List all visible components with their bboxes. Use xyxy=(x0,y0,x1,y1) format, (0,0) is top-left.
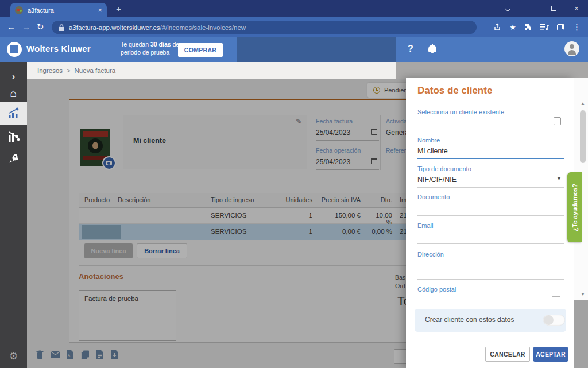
sidebar-item-incomes[interactable] xyxy=(0,102,27,125)
app-window: a3factura × + – × ← → ↻ a3factura-app.wo… xyxy=(0,0,588,368)
dropdown-arrow-icon[interactable]: ▼ xyxy=(556,176,562,181)
window-controls: – × xyxy=(496,0,588,17)
url-domain: a3factura-app.wolterskluwer.es xyxy=(69,24,160,31)
reading-list-icon[interactable] xyxy=(540,24,549,31)
user-avatar[interactable] xyxy=(564,41,579,56)
notifications-bell-icon[interactable] xyxy=(428,45,436,52)
col-producto: Producto xyxy=(84,196,110,203)
extensions-puzzle-icon[interactable] xyxy=(524,23,532,31)
scrollbar-thumb[interactable] xyxy=(580,110,586,163)
fecha-operacion-label: Fecha operación xyxy=(316,147,361,154)
window-maximize-button[interactable] xyxy=(542,5,565,13)
delete-invoice-trash-icon[interactable] xyxy=(36,350,44,362)
wolters-kluwer-logo-icon xyxy=(7,42,22,57)
selected-product-cell[interactable] xyxy=(82,225,121,239)
totals-label-2: Ord xyxy=(395,282,405,289)
home-icon: ⌂ xyxy=(10,87,17,100)
forward-button[interactable]: → xyxy=(22,22,30,32)
tab-title: a3factura xyxy=(28,7,98,14)
accept-button[interactable]: ACEPTAR xyxy=(533,347,568,362)
edit-pencil-icon[interactable]: ✎ xyxy=(296,117,302,126)
codigo-postal-label: Código postal xyxy=(417,286,456,293)
breadcrumb-page: Nueva factura xyxy=(75,67,116,74)
expenses-chart-icon xyxy=(7,131,20,142)
tipo-documento-label: Tipo de documento xyxy=(417,165,471,172)
totals-label-1: Bas xyxy=(395,274,405,281)
col-descripcion: Descripción xyxy=(118,196,150,203)
annotations-textarea[interactable]: Factura de prueba xyxy=(79,290,176,341)
sidebar-item-settings[interactable]: ⚙ xyxy=(0,344,27,367)
export-document-icon[interactable] xyxy=(111,350,118,362)
sidebar-item-launch[interactable] xyxy=(0,147,27,170)
create-client-toggle-label: Crear cliente con estos datos xyxy=(425,316,514,324)
fecha-factura-value[interactable]: 25/04/2023 xyxy=(316,129,350,137)
nombre-input[interactable]: Mi cliente xyxy=(417,147,448,155)
tipo-documento-select[interactable]: NIF/CIF/NIE xyxy=(417,176,457,184)
window-minimize-button[interactable]: – xyxy=(519,5,542,13)
pending-clock-icon xyxy=(373,87,380,94)
breadcrumb-section[interactable]: Ingresos xyxy=(37,67,63,74)
row2-tipo[interactable]: SERVICIOS xyxy=(211,228,246,235)
documento-label: Documento xyxy=(417,193,450,200)
scroll-up-arrow[interactable]: ▲ xyxy=(579,101,586,106)
scroll-down-arrow[interactable]: ▼ xyxy=(579,292,586,297)
fecha-factura-label: Fecha factura xyxy=(316,118,353,125)
kebab-menu-icon[interactable]: ⋮ xyxy=(572,22,581,32)
row2-unidades[interactable]: 1 xyxy=(272,228,312,235)
row1-unidades[interactable]: 1 xyxy=(272,212,312,219)
row1-tipo[interactable]: SERVICIOS xyxy=(211,212,246,219)
reload-button[interactable]: ↻ xyxy=(37,22,44,32)
share-icon[interactable] xyxy=(493,23,501,31)
col-dto: Dto. xyxy=(369,196,392,203)
email-icon[interactable] xyxy=(51,350,60,361)
email-label: Email xyxy=(417,222,434,229)
lock-icon xyxy=(59,24,64,31)
col-unidades: Unidades xyxy=(272,196,312,203)
calendar-icon[interactable] xyxy=(371,129,377,135)
address-bar[interactable]: a3factura-app.wolterskluwer.es/#/incomes… xyxy=(52,21,477,34)
bookmark-star-icon[interactable]: ★ xyxy=(509,23,516,32)
invoice-client-name: Mi cliente xyxy=(133,137,166,145)
brand-name: Wolters Kluwer xyxy=(26,44,91,53)
create-client-toggle[interactable] xyxy=(543,315,565,326)
calendar-icon[interactable] xyxy=(371,158,377,164)
gears-icon: ⚙ xyxy=(9,350,18,362)
side-panel-icon[interactable] xyxy=(557,24,564,30)
window-menu-chevron-icon[interactable] xyxy=(496,5,519,13)
col-precio: Precio sin IVA xyxy=(319,196,361,203)
help-icon[interactable]: ? xyxy=(408,44,413,54)
tab-close-icon[interactable]: × xyxy=(98,6,102,14)
row1-precio[interactable]: 150,00 € xyxy=(319,212,361,219)
chevron-right-icon: › xyxy=(12,71,15,81)
text-cursor xyxy=(448,147,448,154)
svg-text:A: A xyxy=(68,354,70,357)
sidebar-item-home[interactable]: ⌂ xyxy=(0,82,27,104)
window-close-button[interactable]: × xyxy=(565,5,588,13)
lines-document-icon[interactable] xyxy=(96,350,103,362)
buy-button[interactable]: COMPRAR xyxy=(178,43,223,57)
delete-line-button[interactable]: Borrar línea xyxy=(137,243,187,258)
fecha-operacion-value[interactable]: 25/04/2023 xyxy=(316,158,350,166)
new-tab-button[interactable]: + xyxy=(116,4,121,14)
panel-title: Datos de cliente xyxy=(417,85,492,96)
row2-dto[interactable]: 0,00 % xyxy=(369,228,392,235)
sidebar-item-expenses[interactable] xyxy=(0,125,27,148)
col-tipo-ingreso: Tipo de ingreso xyxy=(211,196,254,203)
codigo-postal-stepper[interactable] xyxy=(552,296,560,297)
help-tab-label: ¿Te ayudamos? xyxy=(571,184,578,231)
backdrop-strip xyxy=(574,300,588,368)
annotations-title: Anotaciones xyxy=(79,272,123,281)
breadcrumb-separator: > xyxy=(67,67,70,74)
back-button[interactable]: ← xyxy=(7,22,16,32)
help-tab[interactable]: ¿Te ayudamos? xyxy=(567,172,582,242)
client-picker-icon[interactable] xyxy=(554,117,561,125)
change-logo-camera-icon[interactable] xyxy=(102,156,116,170)
new-line-button[interactable]: Nueva línea xyxy=(84,243,133,258)
tab-favicon-icon xyxy=(15,6,23,14)
pdf-document-icon[interactable]: A xyxy=(66,350,74,362)
duplicate-copy-icon[interactable] xyxy=(81,350,90,362)
cancel-button[interactable]: CANCELAR xyxy=(485,347,530,362)
breadcrumb: Ingresos > Nueva factura xyxy=(27,62,588,79)
row2-precio[interactable]: 0,00 € xyxy=(319,228,361,235)
browser-tab[interactable]: a3factura × xyxy=(10,3,107,17)
